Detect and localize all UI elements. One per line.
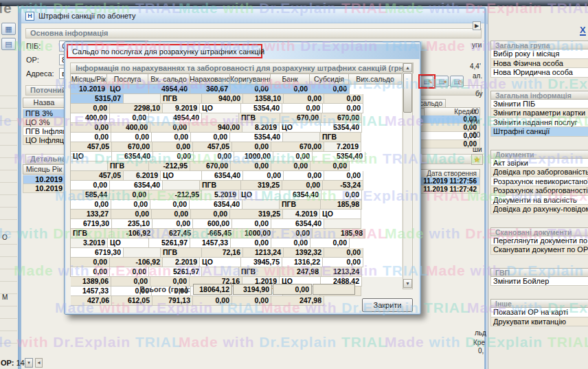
cell-Субсидія: 0,00 xyxy=(71,258,110,267)
table-row[interactable]: 10.2019ЦО4954,40360,670,000,000,005315,0… xyxy=(71,85,402,94)
column-header-5[interactable]: Коригування xyxy=(230,74,271,85)
occluded-text-fragment: ши xyxy=(473,146,482,153)
panel-expand-icon[interactable]: ▶ xyxy=(473,21,481,30)
scroll-up-icon[interactable]: ▲ xyxy=(403,63,412,72)
cell-Вх. сальдо: 5261,97 xyxy=(149,238,190,248)
sidebar-item[interactable]: Довідка про заборгованість xyxy=(490,168,588,177)
scroll-down-icon[interactable]: ▼ xyxy=(403,279,412,288)
cell-Послуга: ЦО xyxy=(108,85,149,94)
or-prev-icon[interactable]: ◂ xyxy=(35,358,43,368)
sidebar-item[interactable]: Переглянути документи по ОР xyxy=(490,236,588,246)
sidebar-item[interactable]: Вибір року і місяця xyxy=(490,49,588,59)
scrollbar-thumb[interactable] xyxy=(403,73,412,113)
sidebar-item[interactable]: Розрахунок заборгованості xyxy=(490,186,588,196)
history-button[interactable]: ▤◷ xyxy=(450,76,464,87)
sidebar-group-header: Загальна група xyxy=(490,41,588,49)
sidebar-item[interactable]: Показати ОР на карті xyxy=(490,308,588,317)
cell-Субсидія: 0,00 xyxy=(71,104,110,113)
cell-Субсидія: 0,00 xyxy=(191,210,230,219)
background-row-line xyxy=(0,145,17,146)
dialog-titlebar[interactable]: Сальдо по послугах для розрахунку штрафн… xyxy=(67,44,420,59)
sidebar-item[interactable]: Змінити надання послуг xyxy=(490,118,588,128)
background-row-line xyxy=(0,170,17,170)
or-dropdown-icon[interactable]: ▾ xyxy=(25,358,33,368)
sidebar-item[interactable]: Нова Фізична особа xyxy=(490,59,588,69)
cell-Вх. сальдо: 6719,30 xyxy=(71,219,112,229)
sidebar-close-icon[interactable]: X xyxy=(580,25,586,36)
cell-Вх. сальдо: -106,92 xyxy=(112,229,153,238)
cell-Субсидія: 0,00 xyxy=(110,190,149,200)
column-header-3[interactable]: Вх. сальдо xyxy=(148,74,190,85)
cell-Місяць/Рік xyxy=(202,267,239,277)
sidebar-group-header: Документи xyxy=(490,150,588,159)
sidebar-item[interactable]: Змінити ПІБ xyxy=(490,100,588,109)
cell-Місяць/Рік: 10.2019 xyxy=(71,85,108,94)
cell-Субсидія: 0,00 xyxy=(110,267,149,277)
grid-icon[interactable]: ▦ xyxy=(1,23,16,35)
cell-Нараховано: 1213,24 xyxy=(243,248,284,258)
background-row-line xyxy=(0,207,17,208)
column-header-7[interactable]: Субсидія xyxy=(310,74,349,85)
current-month-column-header[interactable]: Назва xyxy=(23,98,65,108)
sidebar-item[interactable]: Сканувати документ по ОР xyxy=(490,245,588,255)
sidebar-item[interactable]: Нова Юридична особа xyxy=(490,68,588,78)
sidebar-item[interactable]: Друкувати квитанцію xyxy=(490,317,588,327)
cell-Коригування: 0,00 xyxy=(231,161,271,171)
cell-Місяць/Рік xyxy=(124,94,161,104)
background-row-line xyxy=(0,256,17,257)
service-list-item[interactable]: ЦО 3% xyxy=(23,118,65,127)
cell-Вих.сальдо: 5315,07 xyxy=(71,94,124,104)
sidebar-group-header: Загальна інформація xyxy=(490,91,588,100)
cell-Місяць/Рік xyxy=(202,113,239,123)
cell-Коригування: -665,45 xyxy=(194,229,234,238)
background-row-line xyxy=(0,281,17,282)
cell-Субсидія: 0,00 xyxy=(232,142,271,152)
sidebar-item[interactable]: Змінити Бойлер xyxy=(490,277,588,287)
details-row[interactable]: 10.2019 xyxy=(23,184,65,193)
cell-Місяць/Рік: 4.2019 xyxy=(283,210,320,219)
favorite-star-icon[interactable]: ★ xyxy=(471,154,483,165)
cell-Банк: 600,00 xyxy=(193,219,232,229)
cell-Вих.сальдо: 5354,40 xyxy=(313,152,365,161)
service-list-item[interactable]: ПГВ 3% xyxy=(23,109,65,118)
column-header-2[interactable]: Послуга xyxy=(107,74,148,85)
cell-Вих.сальдо: 6719,30 xyxy=(71,248,124,258)
sidebar-item[interactable]: Змінити параметри картки xyxy=(490,109,588,118)
column-header-6[interactable]: Банк xyxy=(271,74,310,85)
cell-Субсидія: 0,00 xyxy=(232,296,271,306)
cell-Послуга: ПГВ xyxy=(320,133,361,142)
sidebar-item[interactable]: Документи на власність xyxy=(490,196,588,205)
details-column-header[interactable]: Місяць Рік xyxy=(23,164,65,175)
add-record-button[interactable]: ▤✦ xyxy=(435,76,449,87)
cell-Субсидія: 0,00 xyxy=(310,161,350,171)
cell-Місяць/Рік: 9.2019 xyxy=(163,104,200,113)
sidebar-item[interactable]: Довідка до рахунку-повідомлен xyxy=(490,205,588,214)
cell-Коригування: 0,00 xyxy=(152,142,193,152)
background-row-line xyxy=(0,269,17,269)
sidebar-item[interactable]: Акт звірки xyxy=(490,159,588,168)
service-list-item[interactable]: ЦО Інфляція xyxy=(23,136,65,145)
main-window-titlebar[interactable]: Н Штрафні санкції по абонету xyxy=(21,9,484,23)
column-header-8[interactable]: Вих.сальдо xyxy=(349,74,402,85)
dialog-close-button[interactable]: Закрити xyxy=(362,298,413,312)
table-icon[interactable]: ▤ xyxy=(1,38,16,50)
sidebar-item[interactable]: Штрафні санкції xyxy=(490,127,588,137)
cell-Нараховано: 0,00 xyxy=(321,190,362,200)
cell-Субсидія: 0,00 xyxy=(273,152,313,161)
service-list-item[interactable]: ПГВ Інфляція xyxy=(23,127,65,136)
cell-Вх. сальдо: 670,00 xyxy=(280,113,321,123)
cell-Коригування: 0,00 xyxy=(111,210,152,219)
column-header-4[interactable]: Нараховано xyxy=(190,74,230,85)
cell-Коригування: 0,00 xyxy=(284,94,324,104)
field-label: ПІБ: xyxy=(26,42,41,50)
column-header-1[interactable]: Місяць/Рік xyxy=(70,74,107,85)
sidebar-item[interactable]: Розрахунок невикористаної субс xyxy=(490,177,588,187)
cell-Послуга: ПГВ xyxy=(71,229,112,238)
cell-Послуга: ЦО xyxy=(161,171,202,181)
cell-Субсидія: 0,00 xyxy=(310,85,350,94)
table-scrollbar[interactable]: ▲ ▼ xyxy=(403,63,413,289)
details-row[interactable]: 10.2019 xyxy=(23,175,65,184)
background-row-line xyxy=(0,219,17,220)
cell-Субсидія: 0,00 xyxy=(110,113,149,123)
cell-Вих.сальдо: 670,00 xyxy=(271,142,324,152)
